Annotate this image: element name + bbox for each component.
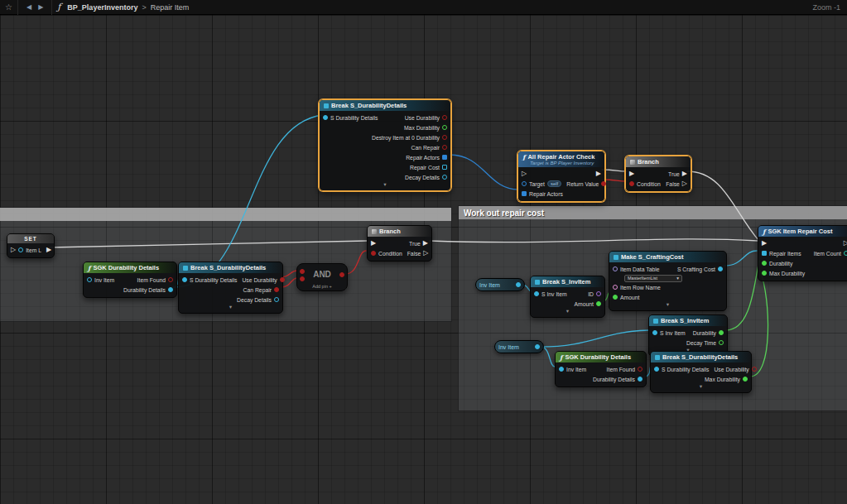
- exec-in-pin[interactable]: ▶: [762, 240, 767, 247]
- collapse-unused-pins-button[interactable]: ▼: [179, 305, 282, 310]
- node-sgk-durability-details-right[interactable]: ƒ SGK Durability Details Inv Item Item F…: [555, 351, 647, 387]
- node-header[interactable]: SET: [7, 234, 54, 243]
- pin-durability[interactable]: Durability: [693, 330, 724, 336]
- struct-pin-icon[interactable]: [535, 344, 540, 349]
- wire-exec-set-to-branch[interactable]: [50, 241, 367, 247]
- node-header[interactable]: ƒ SGK Item Repair Cost: [758, 226, 847, 237]
- pin-inv-item[interactable]: Inv Item: [87, 277, 114, 283]
- pin-repair-actors[interactable]: Repair Actors: [522, 191, 563, 197]
- pin-s-inv-item[interactable]: S Inv Item: [652, 330, 686, 336]
- node-get-inv-item-top[interactable]: Inv Item: [475, 278, 525, 291]
- node-sgk-durability-details-left[interactable]: ƒ SGK Durability Details Inv Item Item F…: [83, 262, 177, 298]
- bookmark-button[interactable]: ☆: [0, 0, 18, 15]
- wire-exec-branch-true-to-repair-cost[interactable]: [430, 239, 758, 242]
- node-branch-left[interactable]: Branch ▶ True▶ Condition False▷: [367, 225, 432, 262]
- pin-can-repair[interactable]: Can Repair: [243, 287, 279, 293]
- pin-condition[interactable]: Condition: [371, 251, 402, 257]
- node-break-durability-details-right[interactable]: Break S_DurabilityDetails S Durability D…: [650, 351, 752, 393]
- bool-input-pin-2[interactable]: [300, 276, 305, 281]
- self-value-pill[interactable]: self: [547, 180, 561, 187]
- node-header[interactable]: Break S_DurabilityDetails: [320, 100, 450, 111]
- node-all-repair-actor-check[interactable]: ƒ All Repair Actor Check Target is BP Pl…: [517, 151, 605, 202]
- pin-decay-details[interactable]: Decay Details: [237, 297, 279, 303]
- pin-inv-item[interactable]: Inv Item: [559, 367, 586, 372]
- struct-pin-icon[interactable]: [516, 282, 521, 287]
- node-break-durability-details-left[interactable]: Break S_DurabilityDetails S Durability D…: [178, 262, 283, 314]
- wire-exec-check-to-branch[interactable]: [602, 170, 627, 171]
- pin-max-durability[interactable]: Max Durability: [404, 125, 447, 131]
- node-header[interactable]: Break S_DurabilityDetails: [179, 262, 282, 273]
- pin-repair-cost[interactable]: Repair Cost: [410, 165, 447, 170]
- pin-use-durability[interactable]: Use Durability: [714, 367, 756, 372]
- pin-target[interactable]: Targetself: [522, 180, 561, 187]
- node-header[interactable]: Break S_InvItem: [649, 315, 727, 326]
- exec-out-pin[interactable]: ▶: [46, 247, 51, 253]
- wire-float-max-durability[interactable]: [750, 271, 768, 377]
- pin-s-crafting-cost[interactable]: S Crafting Cost: [677, 266, 723, 272]
- pin-item-count[interactable]: Item Count: [814, 251, 847, 257]
- node-sgk-item-repair-cost[interactable]: ƒ SGK Item Repair Cost ▶ ▷ Repair Items …: [758, 225, 847, 281]
- exec-in-pin[interactable]: ▷Item L: [11, 247, 41, 253]
- node-break-invitem-top[interactable]: Break S_InvItem S Inv Item ID Amount ▼: [530, 276, 605, 318]
- exec-in-pin[interactable]: ▶: [371, 240, 376, 247]
- node-branch-top[interactable]: Branch ▶ True▶ Condition False▷: [625, 156, 691, 192]
- pin-durability[interactable]: Durability: [762, 261, 792, 266]
- node-header[interactable]: Branch: [368, 226, 431, 237]
- pin-s-durability-details[interactable]: S Durability Details: [182, 277, 237, 283]
- breadcrumb-function[interactable]: Repair Item: [151, 3, 190, 12]
- pin-decay-time[interactable]: Decay Time: [686, 340, 724, 346]
- node-header[interactable]: ƒ All Repair Actor Check: [518, 151, 604, 161]
- collapse-unused-pins-button[interactable]: ▼: [651, 384, 751, 390]
- collapse-unused-pins-button[interactable]: ▼: [531, 309, 604, 314]
- bool-input-pin-1[interactable]: [300, 269, 305, 274]
- pin-item-found[interactable]: Item Found: [137, 277, 173, 283]
- pin-use-durability[interactable]: Use Durability: [405, 115, 447, 121]
- collapse-unused-pins-button[interactable]: ▼: [320, 182, 450, 188]
- pin-amount[interactable]: Amount: [575, 301, 601, 307]
- node-header[interactable]: Make S_CraftingCost: [609, 252, 726, 262]
- node-set-item[interactable]: SET ▷Item L ▶: [7, 233, 55, 258]
- pin-use-durability[interactable]: Use Durability: [242, 277, 284, 283]
- node-make-crafting-cost[interactable]: Make S_CraftingCost Item Data Table S Cr…: [609, 251, 727, 311]
- node-break-durability-details-top[interactable]: Break S_DurabilityDetails S Durability D…: [319, 99, 451, 191]
- pin-durability-details[interactable]: Durability Details: [593, 377, 642, 382]
- wire-object-repair-actors[interactable]: [450, 155, 518, 190]
- pin-item-data-table[interactable]: Item Data Table: [613, 266, 659, 272]
- pin-item-found[interactable]: Item Found: [607, 367, 642, 372]
- pin-repair-actors[interactable]: Repair Actors: [406, 155, 447, 161]
- wire-struct-invitem-to-break-2[interactable]: [541, 330, 649, 347]
- node-and-gate[interactable]: AND Add pin +: [296, 263, 348, 291]
- exec-out-pin[interactable]: ▷: [844, 240, 847, 247]
- exec-false-pin[interactable]: False▷: [407, 250, 429, 257]
- pin-can-repair[interactable]: Can Repair: [411, 145, 447, 151]
- back-arrow-icon[interactable]: ◀: [23, 3, 35, 11]
- pin-return-value[interactable]: Return Value: [566, 181, 606, 187]
- wire-float-durability[interactable]: [726, 261, 759, 330]
- data-table-asset-dropdown[interactable]: MasterItemList ▾: [624, 275, 682, 282]
- exec-true-pin[interactable]: True▶: [668, 170, 687, 177]
- pin-decay-details[interactable]: Decay Details: [405, 175, 447, 180]
- bool-output-pin[interactable]: [339, 272, 344, 277]
- pin-id[interactable]: ID: [588, 291, 601, 297]
- pin-max-durability[interactable]: Max Durability: [762, 271, 805, 276]
- pin-amount[interactable]: Amount: [613, 295, 639, 300]
- node-header[interactable]: Break S_DurabilityDetails: [651, 352, 751, 362]
- node-header[interactable]: ƒ SGK Durability Details: [556, 352, 646, 362]
- wire-exec-branch-true-to-repair-cost-2[interactable]: [687, 171, 758, 240]
- exec-in-pin[interactable]: ▶: [629, 170, 634, 177]
- pin-condition[interactable]: Condition: [629, 181, 661, 187]
- pin-max-durability[interactable]: Max Durability: [705, 377, 748, 382]
- wire-bool-and-to-condition[interactable]: [345, 251, 366, 274]
- pin-repair-items[interactable]: Repair Items: [762, 251, 801, 257]
- exec-false-pin[interactable]: False▷: [666, 180, 687, 187]
- node-header[interactable]: Break S_InvItem: [531, 276, 604, 287]
- pin-item-row-name[interactable]: Item Row Name: [613, 285, 661, 290]
- collapse-unused-pins-button[interactable]: ▼: [609, 302, 726, 308]
- forward-arrow-icon[interactable]: ▶: [35, 3, 46, 11]
- exec-in-pin[interactable]: ▷: [522, 170, 527, 177]
- pin-destroy-item[interactable]: Destroy Item at 0 Durability: [372, 135, 447, 141]
- node-header[interactable]: Branch: [626, 156, 691, 167]
- pin-s-inv-item[interactable]: S Inv Item: [534, 291, 567, 297]
- exec-true-pin[interactable]: True▶: [409, 240, 428, 247]
- node-header[interactable]: ƒ SGK Durability Details: [84, 262, 176, 273]
